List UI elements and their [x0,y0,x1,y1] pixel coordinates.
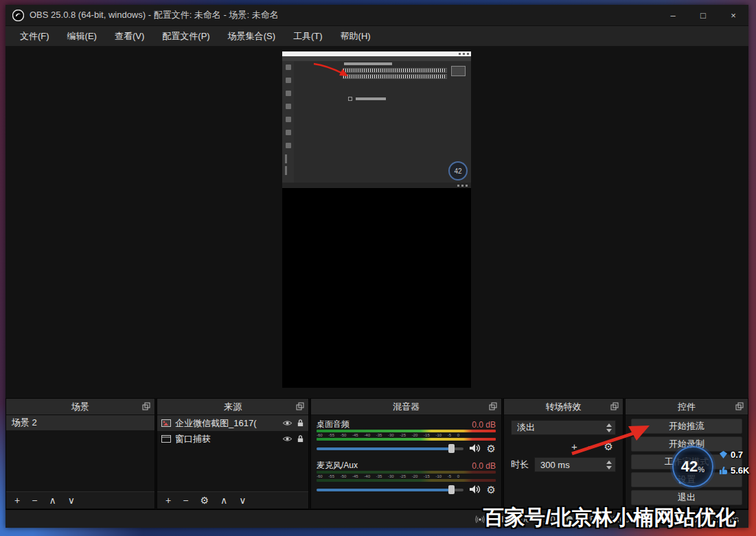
popout-icon[interactable] [489,402,497,410]
gear-icon[interactable]: ⚙ [487,443,496,454]
mixer-channel-desktop-audio: 桌面音频 0.0 dB -60 -55 -50 -45 -40 -35 -30 … [317,419,496,456]
eye-icon[interactable] [282,435,293,443]
sources-toolbar: + − ⚙ ∧ ∨ [157,491,308,509]
volume-slider[interactable] [317,485,463,495]
source-row-window-capture[interactable]: 窗口捕获 [157,431,308,447]
scenes-header: 场景 [6,399,154,415]
mini-text-line [344,62,392,65]
source-up-button[interactable]: ∧ [220,496,227,505]
transitions-title: 转场特效 [546,401,582,413]
menu-edit[interactable]: 编辑(E) [58,26,106,46]
add-source-button[interactable]: + [165,496,171,505]
popout-icon[interactable] [610,402,619,410]
source-row-image[interactable]: 企业微信截图_1617( [157,415,308,431]
percent-value: 42 [681,458,698,476]
duration-value: 300 ms [540,460,570,470]
scene-down-button[interactable]: ∨ [68,496,75,505]
popout-icon[interactable] [296,402,304,410]
source-label: 企业微信截图_1617( [175,417,278,430]
stat-views-value: 0.7 [731,450,743,460]
transition-properties-button[interactable]: ⚙ [604,441,613,452]
maximize-button[interactable]: □ [688,5,718,25]
exit-button[interactable]: 退出 [631,490,742,505]
spin-arrows-icon[interactable] [606,461,612,469]
menu-scene-collection[interactable]: 场景集合(S) [219,26,284,46]
meter-scale: -60 -55 -50 -45 -40 -35 -30 -25 -20 -15 … [317,432,496,438]
add-scene-button[interactable]: + [14,496,20,505]
mini-meter-strip-2 [343,74,447,79]
title-bar: OBS 25.0.8 (64-bit, windows) - 配置文件: 未命名… [5,5,748,25]
scene-item[interactable]: 场景 2 [6,415,154,430]
add-transition-button[interactable]: + [571,441,577,452]
source-properties-button[interactable]: ⚙ [200,496,209,505]
window-capture-icon [161,435,171,443]
transitions-header: 转场特效 [504,399,623,415]
source-down-button[interactable]: ∨ [239,496,246,505]
slider-handle[interactable] [448,444,455,453]
combo-arrows-icon[interactable] [606,423,612,432]
sources-header: 来源 [157,399,308,415]
mini-percent-value: 42 [454,167,461,175]
mixer-title: 混音器 [393,401,420,413]
channel-name: 桌面音频 [317,419,350,430]
mini-apply-button [451,66,466,76]
scenes-list: 场景 2 [6,415,154,491]
popout-icon[interactable] [735,402,744,410]
channel-db-value: 0.0 dB [472,461,496,471]
obs-window: OBS 25.0.8 (64-bit, windows) - 配置文件: 未命名… [5,5,748,528]
stat-likes-value: 5.6K [731,465,749,476]
transitions-body: 淡出 + − ⚙ 时长 300 ms [504,415,623,509]
speaker-icon[interactable] [469,443,481,453]
panel-sources: 来源 企业微信截图_1617( [157,398,309,509]
menu-view[interactable]: 查看(V) [106,26,153,46]
speaker-icon[interactable] [469,485,481,494]
menu-file[interactable]: 文件(F) [11,26,58,46]
mini-red-arrow-annotation [308,60,351,80]
source-label: 窗口捕获 [175,433,278,445]
mini-meter-strip [343,68,447,73]
menu-profile[interactable]: 配置文件(P) [153,26,218,46]
transition-selected-value: 淡出 [517,421,535,434]
meter-scale: -60 -55 -50 -45 -40 -35 -30 -25 -20 -15 … [317,474,496,479]
scenes-title: 场景 [71,401,89,413]
dock-area: 场景 场景 2 + − ∧ ∨ 来源 [5,398,748,509]
thumbs-up-icon [719,466,728,475]
percent-sign: % [698,465,705,474]
close-button[interactable]: × [718,5,748,25]
channel-name: 麦克风/Aux [317,460,358,471]
popout-icon[interactable] [142,402,150,410]
lock-icon[interactable] [297,419,304,428]
remove-source-button[interactable]: − [183,496,188,505]
mixer-channel-mic-aux: 麦克风/Aux 0.0 dB -60 -55 -50 -45 -40 -35 -… [317,461,496,497]
eye-icon[interactable] [282,419,293,427]
scene-up-button[interactable]: ∧ [49,496,56,505]
menu-tools[interactable]: 工具(T) [284,26,332,46]
stat-overlay: 0.7 5.6K [719,450,749,476]
gear-icon[interactable]: ⚙ [487,485,496,495]
start-streaming-button[interactable]: 开始推流 [631,419,742,434]
duration-spinbox[interactable]: 300 ms [534,457,616,472]
channel-db-value: 0.0 dB [472,420,496,430]
mini-percent-badge: 42 [448,161,468,180]
percent-badge: 42 % [672,446,713,487]
stat-views: 0.7 [719,450,749,460]
panel-scenes: 场景 场景 2 + − ∧ ∨ [5,398,155,509]
image-source-icon [161,419,171,427]
gem-icon [719,450,728,459]
scenes-toolbar: + − ∧ ∨ [6,491,154,509]
window-title: OBS 25.0.8 (64-bit, windows) - 配置文件: 未命名… [30,9,658,21]
scene-preview[interactable]: 42 [282,51,471,388]
menu-bar: 文件(F) 编辑(E) 查看(V) 配置文件(P) 场景集合(S) 工具(T) … [5,25,748,46]
mini-side-text-2 [285,166,287,175]
mini-capture-toolbar [282,61,294,183]
canvas-black-area [282,188,471,388]
lock-icon[interactable] [297,434,304,443]
volume-slider[interactable] [317,443,463,454]
minimize-button[interactable]: – [658,5,688,25]
controls-title: 控件 [678,401,696,413]
menu-help[interactable]: 帮助(H) [332,26,380,46]
transition-select[interactable]: 淡出 [511,420,616,435]
slider-handle[interactable] [448,485,455,494]
remove-scene-button[interactable]: − [32,496,37,505]
remove-transition-button[interactable]: − [588,441,594,452]
